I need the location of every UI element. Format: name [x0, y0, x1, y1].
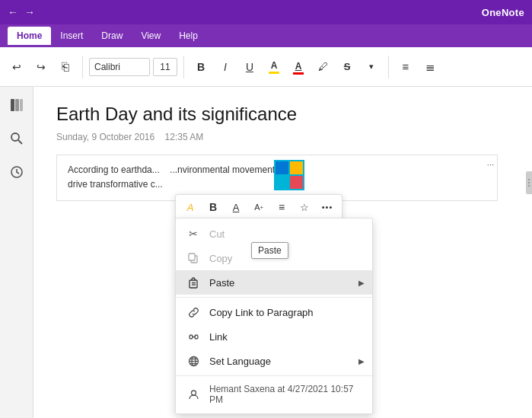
nav-controls: ← →	[8, 6, 35, 18]
font-color-button[interactable]: A	[288, 55, 309, 79]
tab-help[interactable]: Help	[170, 27, 207, 45]
mini-list-button[interactable]: ≡	[272, 197, 291, 217]
highlight-button[interactable]: A	[263, 55, 285, 79]
bullet-list-button[interactable]: ≡	[395, 55, 416, 79]
note-body-text: According to earthda... ...nvironmental …	[68, 164, 285, 190]
clipboard-button[interactable]: ⎗	[55, 55, 76, 79]
note-title: Earth Day and its significance	[56, 102, 509, 126]
search-icon[interactable]	[6, 128, 27, 149]
font-name-input[interactable]	[89, 58, 150, 76]
forward-button[interactable]: →	[24, 6, 35, 18]
ctx-copy-link[interactable]: Copy Link to Paragraph	[176, 300, 372, 324]
italic-button[interactable]: I	[215, 55, 236, 79]
ctx-link-label: Link	[209, 331, 362, 343]
svg-rect-1	[15, 99, 19, 111]
handle-dot-1	[528, 179, 530, 180]
ctx-copy-link-label: Copy Link to Paragraph	[209, 307, 362, 318]
separator-2	[183, 56, 184, 78]
svg-point-18	[191, 391, 196, 395]
ctx-separator-1	[176, 297, 372, 298]
mini-font-color-button[interactable]: A	[226, 197, 246, 217]
ribbon-toolbar: ↩ ↪ ⎗ B I U A A 🖊 S ▾ ≡ ≣	[0, 47, 532, 87]
ctx-author-label: Hemant Saxena at 4/27/2021 10:57 PM	[209, 384, 362, 405]
store-icon	[274, 160, 304, 190]
numbered-list-button[interactable]: ≣	[419, 55, 441, 79]
highlight-bar	[269, 72, 279, 74]
tab-insert[interactable]: Insert	[51, 27, 92, 45]
history-icon[interactable]	[6, 161, 27, 183]
mini-favorite-button[interactable]: ☆	[295, 197, 314, 217]
ctx-paste-label: Paste	[209, 277, 362, 289]
svg-rect-11	[190, 335, 193, 339]
paste-tooltip-label: Paste	[258, 245, 282, 256]
copy-icon	[186, 251, 200, 265]
mini-toolbar: A B A A+ ≡ ☆ •••	[175, 194, 342, 220]
handle-dot-2	[528, 182, 530, 183]
ctx-paste[interactable]: Paste ▶	[176, 270, 372, 295]
note-date: Sunday, 9 October 2016 12:35 AM	[56, 132, 509, 142]
back-button[interactable]: ←	[8, 6, 18, 18]
store-quadrant-1	[276, 161, 288, 174]
mini-highlight-button[interactable]: A	[180, 197, 200, 217]
mini-font-size-button[interactable]: A+	[249, 197, 269, 217]
font-size-input[interactable]	[153, 58, 177, 76]
svg-rect-0	[11, 99, 14, 111]
ctx-link[interactable]: Link	[176, 324, 372, 349]
link-icon	[186, 330, 200, 343]
svg-rect-8	[190, 280, 197, 288]
font-color-bar	[293, 72, 304, 75]
tab-view[interactable]: View	[132, 27, 170, 45]
store-quadrant-2	[290, 161, 303, 174]
bold-button[interactable]: B	[190, 55, 212, 79]
ctx-separator-2	[176, 375, 372, 376]
paste-arrow: ▶	[358, 279, 365, 287]
tab-home[interactable]: Home	[8, 27, 51, 45]
underline-button[interactable]: U	[239, 55, 260, 79]
svg-rect-2	[20, 99, 23, 111]
copy-link-icon	[186, 305, 200, 319]
ribbon-tabs: Home Insert Draw View Help	[0, 24, 532, 47]
separator-1	[82, 56, 83, 78]
svg-line-4	[18, 140, 22, 144]
ctx-author[interactable]: Hemant Saxena at 4/27/2021 10:57 PM	[176, 378, 372, 410]
set-language-icon	[186, 354, 200, 368]
undo-button[interactable]: ↩	[6, 55, 27, 79]
strikethrough-button[interactable]: S	[336, 55, 358, 79]
ctx-set-language-label: Set Language	[209, 356, 362, 367]
ctx-cut-label: Cut	[209, 228, 362, 240]
redo-button[interactable]: ↪	[30, 55, 52, 79]
more-button[interactable]: ···	[487, 158, 494, 172]
svg-rect-12	[195, 335, 198, 339]
eraser-button[interactable]: 🖊	[312, 55, 333, 79]
store-quadrant-3	[276, 176, 288, 189]
right-panel-handle[interactable]	[526, 171, 532, 194]
store-icon-inner	[274, 160, 304, 190]
cut-icon: ✂	[186, 227, 200, 241]
title-bar: ← → OneNote	[0, 0, 532, 24]
dropdown-button[interactable]: ▾	[361, 55, 382, 79]
paste-tooltip: Paste	[251, 242, 288, 259]
set-language-arrow: ▶	[358, 357, 365, 365]
svg-rect-7	[189, 254, 195, 260]
author-icon	[186, 388, 200, 401]
svg-point-3	[11, 133, 19, 141]
notebooks-icon[interactable]	[6, 94, 27, 116]
separator-3	[388, 56, 389, 78]
store-quadrant-4	[290, 176, 303, 189]
handle-dot-3	[528, 185, 530, 187]
app-title: OneNote	[482, 7, 524, 18]
highlight-icon: A	[269, 59, 279, 74]
paste-icon	[186, 276, 200, 289]
font-color-icon: A	[293, 59, 304, 75]
mini-more-button[interactable]: •••	[317, 197, 337, 217]
left-sidebar	[0, 87, 33, 418]
ctx-set-language[interactable]: Set Language ▶	[176, 349, 372, 373]
mini-bold-button[interactable]: B	[203, 197, 223, 217]
tab-draw[interactable]: Draw	[92, 27, 132, 45]
